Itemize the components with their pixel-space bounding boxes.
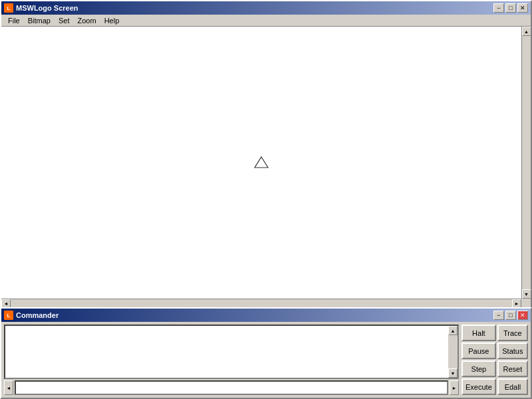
svg-marker-0 xyxy=(255,157,268,168)
input-row: ◄ ► xyxy=(4,380,459,395)
turtle xyxy=(253,156,269,170)
status-button[interactable]: Status xyxy=(497,342,528,359)
commander-titlebar-left: L Commander xyxy=(4,311,59,320)
commander-minimize-button[interactable]: − xyxy=(493,311,504,320)
commander-maximize-button[interactable]: □ xyxy=(505,311,516,320)
commander-close-button[interactable]: ✕ xyxy=(517,311,528,320)
menu-bitmap[interactable]: Bitmap xyxy=(24,16,55,25)
scroll-up-arrow[interactable]: ▲ xyxy=(522,27,531,36)
main-window-icon: L xyxy=(4,3,13,13)
commander-window: L Commander − □ ✕ ▲ ▼ ◄ ► xyxy=(0,307,532,399)
main-titlebar-buttons: − □ ✕ xyxy=(493,3,528,13)
output-text: ▲ ▼ xyxy=(4,325,459,379)
main-minimize-button[interactable]: − xyxy=(493,3,504,13)
main-window-title: MSWLogo Screen xyxy=(16,4,78,12)
output-area: ▲ ▼ ◄ ► xyxy=(4,325,459,395)
scroll-corner xyxy=(521,299,531,308)
main-scrollbar-v: ▲ ▼ xyxy=(521,27,531,299)
command-input[interactable] xyxy=(15,380,448,395)
halt-button[interactable]: Halt xyxy=(462,325,496,341)
main-titlebar: L MSWLogo Screen − □ ✕ xyxy=(1,1,531,15)
menu-zoom[interactable]: Zoom xyxy=(74,16,100,25)
menu-help[interactable]: Help xyxy=(100,16,124,25)
trace-button[interactable]: Trace xyxy=(497,325,528,341)
scroll-down-arrow[interactable]: ▼ xyxy=(522,289,531,299)
main-canvas xyxy=(1,27,521,299)
commander-titlebar: L Commander − □ ✕ xyxy=(1,309,531,322)
menubar: File Bitmap Set Zoom Help xyxy=(1,15,531,27)
step-button[interactable]: Step xyxy=(462,360,496,377)
execute-button[interactable]: Execute xyxy=(462,378,496,395)
output-scroll-up[interactable]: ▲ xyxy=(448,326,458,335)
main-scrollbar-h: ◄ ► xyxy=(1,299,521,308)
edall-button[interactable]: Edall xyxy=(497,378,528,395)
commander-window-icon: L xyxy=(4,311,13,320)
button-panel: Halt Trace Pause Status Step Reset Execu… xyxy=(462,325,528,395)
commander-titlebar-buttons: − □ ✕ xyxy=(493,311,528,320)
input-scroll-left[interactable]: ◄ xyxy=(4,380,13,395)
main-maximize-button[interactable]: □ xyxy=(505,3,516,13)
menu-set[interactable]: Set xyxy=(55,16,74,25)
menu-file[interactable]: File xyxy=(4,16,24,25)
main-titlebar-left: L MSWLogo Screen xyxy=(4,3,78,13)
commander-body: ▲ ▼ ◄ ► Halt Trace Pause Status Step Res… xyxy=(1,322,531,398)
input-scroll-right[interactable]: ► xyxy=(450,380,459,395)
output-scrollbar-v: ▲ ▼ xyxy=(448,326,458,378)
main-window: L MSWLogo Screen − □ ✕ File Bitmap Set Z… xyxy=(0,0,532,309)
pause-button[interactable]: Pause xyxy=(462,342,496,359)
output-scroll-down[interactable]: ▼ xyxy=(448,368,458,378)
reset-button[interactable]: Reset xyxy=(497,360,528,377)
commander-window-title: Commander xyxy=(16,311,59,319)
main-close-button[interactable]: ✕ xyxy=(517,3,528,13)
